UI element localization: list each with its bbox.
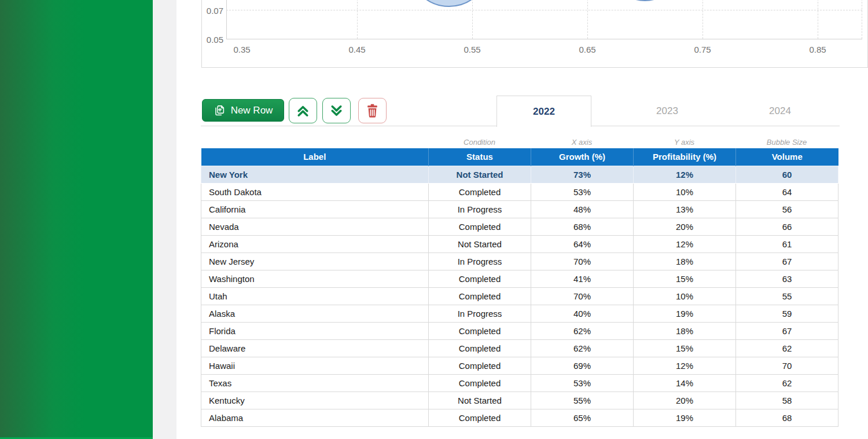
- table-row[interactable]: AlabamaCompleted65%19%68: [201, 409, 838, 426]
- move-row-up-button[interactable]: [289, 98, 317, 123]
- table-row[interactable]: TexasCompleted53%14%62: [201, 374, 838, 392]
- table-row[interactable]: CaliforniaIn Progress48%13%56: [201, 200, 838, 218]
- cell-label[interactable]: New York: [201, 166, 429, 183]
- cell-status[interactable]: Completed: [429, 183, 531, 200]
- cell-volume[interactable]: 61: [736, 235, 838, 253]
- cell-label[interactable]: California: [201, 200, 429, 218]
- cell-growth[interactable]: 69%: [531, 357, 634, 374]
- cell-profitability[interactable]: 19%: [634, 305, 736, 322]
- cell-volume[interactable]: 64: [736, 183, 838, 200]
- cell-volume[interactable]: 55: [736, 287, 838, 305]
- cell-profitability[interactable]: 10%: [634, 287, 736, 305]
- cell-profitability[interactable]: 20%: [634, 392, 736, 409]
- cell-status[interactable]: Completed: [429, 287, 531, 305]
- cell-profitability[interactable]: 12%: [634, 357, 736, 374]
- cell-growth[interactable]: 55%: [531, 392, 634, 409]
- cell-label[interactable]: Nevada: [201, 218, 429, 235]
- cell-profitability[interactable]: 13%: [634, 200, 736, 218]
- cell-status[interactable]: Not Started: [429, 392, 531, 409]
- cell-volume[interactable]: 62: [736, 339, 838, 357]
- cell-status[interactable]: Completed: [429, 374, 531, 392]
- cell-growth[interactable]: 70%: [531, 253, 634, 270]
- cell-volume[interactable]: 56: [736, 200, 838, 218]
- cell-profitability[interactable]: 12%: [634, 166, 736, 183]
- table-row[interactable]: New YorkNot Started73%12%60: [201, 166, 838, 183]
- cell-volume[interactable]: 67: [736, 253, 838, 270]
- cell-volume[interactable]: 70: [736, 357, 838, 374]
- table-row[interactable]: NevadaCompleted68%20%66: [201, 218, 838, 235]
- table-row[interactable]: South DakotaCompleted53%10%64: [201, 183, 838, 200]
- cell-label[interactable]: Utah: [201, 287, 429, 305]
- new-row-button[interactable]: New Row: [202, 99, 284, 122]
- table-row[interactable]: New JerseyIn Progress70%18%67: [201, 253, 838, 270]
- delete-row-button[interactable]: [358, 98, 387, 123]
- cell-profitability[interactable]: 19%: [634, 409, 736, 426]
- cell-status[interactable]: Not Started: [429, 235, 531, 253]
- cell-label[interactable]: Delaware: [201, 339, 429, 357]
- cell-status[interactable]: Completed: [429, 339, 531, 357]
- cell-status[interactable]: In Progress: [429, 253, 531, 270]
- cell-volume[interactable]: 63: [736, 270, 838, 287]
- cell-label[interactable]: Hawaii: [201, 357, 429, 374]
- cell-status[interactable]: Completed: [429, 357, 531, 374]
- move-row-down-button[interactable]: [322, 98, 351, 123]
- cell-label[interactable]: Arizona: [201, 235, 429, 253]
- cell-label[interactable]: South Dakota: [201, 183, 429, 200]
- cell-label[interactable]: Washington: [201, 270, 429, 287]
- cell-growth[interactable]: 62%: [531, 339, 634, 357]
- cell-profitability[interactable]: 18%: [634, 253, 736, 270]
- cell-status[interactable]: Completed: [429, 270, 531, 287]
- table-row[interactable]: AlaskaIn Progress40%19%59: [201, 305, 838, 322]
- bubble[interactable]: [610, 0, 680, 1]
- cell-growth[interactable]: 53%: [531, 183, 634, 200]
- cell-volume[interactable]: 66: [736, 218, 838, 235]
- cell-label[interactable]: Kentucky: [201, 392, 429, 409]
- tab-label: 2022: [533, 106, 555, 118]
- cell-profitability[interactable]: 10%: [634, 183, 736, 200]
- cell-volume[interactable]: 68: [736, 409, 838, 426]
- cell-status[interactable]: Completed: [429, 218, 531, 235]
- cell-growth[interactable]: 41%: [531, 270, 634, 287]
- cell-growth[interactable]: 48%: [531, 200, 634, 218]
- cell-status[interactable]: In Progress: [429, 305, 531, 322]
- cell-status[interactable]: In Progress: [429, 200, 531, 218]
- cell-label[interactable]: Texas: [201, 374, 429, 392]
- cell-volume[interactable]: 67: [736, 322, 838, 339]
- table-row[interactable]: WashingtonCompleted41%15%63: [201, 270, 838, 287]
- cell-growth[interactable]: 65%: [531, 409, 634, 426]
- cell-growth[interactable]: 62%: [531, 322, 634, 339]
- cell-growth[interactable]: 73%: [531, 166, 634, 183]
- cell-growth[interactable]: 53%: [531, 374, 634, 392]
- table-row[interactable]: ArizonaNot Started64%12%61: [201, 235, 838, 253]
- cell-label[interactable]: Florida: [201, 322, 429, 339]
- table-row[interactable]: DelawareCompleted62%15%62: [201, 339, 838, 357]
- cell-label[interactable]: Alabama: [201, 409, 429, 426]
- cell-volume[interactable]: 60: [736, 166, 838, 183]
- cell-volume[interactable]: 59: [736, 305, 838, 322]
- table-row[interactable]: FloridaCompleted62%18%67: [201, 322, 838, 339]
- cell-label[interactable]: Alaska: [201, 305, 429, 322]
- tab-2023[interactable]: 2023: [612, 96, 722, 126]
- cell-status[interactable]: Not Started: [429, 166, 531, 183]
- cell-status[interactable]: Completed: [429, 322, 531, 339]
- bubble[interactable]: [409, 0, 490, 7]
- cell-label[interactable]: New Jersey: [201, 253, 429, 270]
- table-row[interactable]: UtahCompleted70%10%55: [201, 287, 838, 305]
- cell-profitability[interactable]: 12%: [634, 235, 736, 253]
- cell-profitability[interactable]: 15%: [634, 339, 736, 357]
- cell-status[interactable]: Completed: [429, 409, 531, 426]
- cell-growth[interactable]: 68%: [531, 218, 634, 235]
- cell-volume[interactable]: 62: [736, 374, 838, 392]
- tab-2024[interactable]: 2024: [725, 96, 835, 126]
- cell-profitability[interactable]: 20%: [634, 218, 736, 235]
- cell-growth[interactable]: 70%: [531, 287, 634, 305]
- cell-profitability[interactable]: 15%: [634, 270, 736, 287]
- table-row[interactable]: KentuckyNot Started55%20%58: [201, 392, 838, 409]
- cell-growth[interactable]: 40%: [531, 305, 634, 322]
- cell-profitability[interactable]: 18%: [634, 322, 736, 339]
- table-row[interactable]: HawaiiCompleted69%12%70: [201, 357, 838, 374]
- cell-volume[interactable]: 58: [736, 392, 838, 409]
- tab-2022[interactable]: 2022: [496, 96, 591, 127]
- cell-profitability[interactable]: 14%: [634, 374, 736, 392]
- cell-growth[interactable]: 64%: [531, 235, 634, 253]
